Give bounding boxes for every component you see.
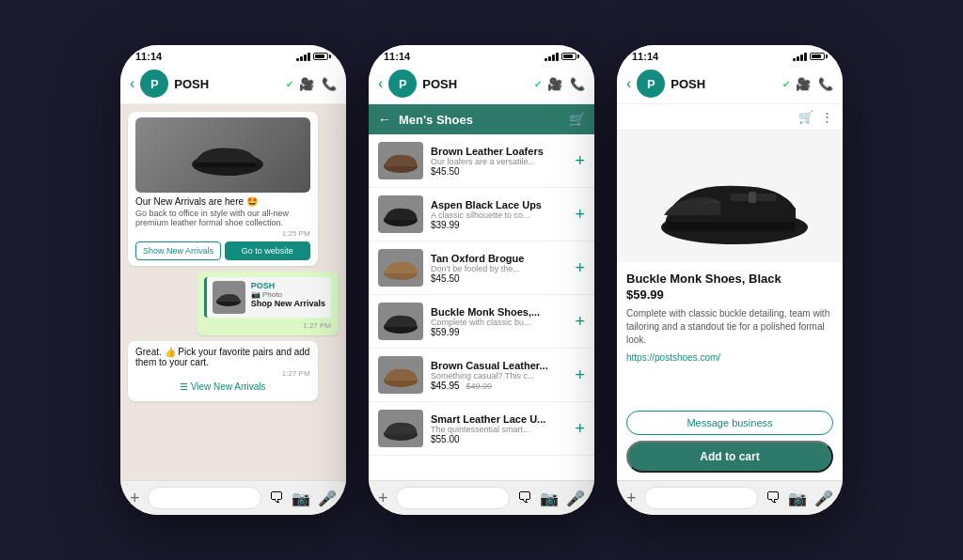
product-link[interactable]: https://postshoes.com/	[626, 352, 833, 363]
header-name-3: POSH	[671, 77, 777, 91]
message-business-button[interactable]: Message business	[626, 411, 833, 435]
add-item-3[interactable]: +	[575, 258, 585, 278]
status-icons-2	[545, 53, 579, 61]
goto-website-button[interactable]: Go to website	[225, 241, 310, 260]
chat-header-1: ‹ P POSH ✔ 🎥 📞	[120, 64, 346, 104]
add-icon-1[interactable]: +	[130, 489, 140, 508]
video-call-icon-3[interactable]: 🎥	[796, 77, 811, 91]
msg-time-1: 1:25 PM	[135, 229, 310, 238]
catalog-img-6	[378, 410, 423, 447]
sticker-icon-2[interactable]: 🗨	[517, 490, 532, 506]
chat-area-1: Our New Arrivals are here 🤩 Go back to o…	[120, 104, 346, 480]
back-button-2[interactable]: ‹	[378, 75, 383, 92]
signal-icon-2	[545, 53, 559, 61]
msg-1: Our New Arrivals are here 🤩 Go back to o…	[128, 112, 318, 266]
msg-text-3: Great. 👍 Pick your favorite pairs and ad…	[135, 347, 310, 367]
item-desc-1: Our loafers are a versatile...	[431, 157, 567, 166]
item-price-1: $45.50	[431, 166, 567, 177]
sticker-icon-1[interactable]: 🗨	[269, 490, 284, 506]
status-bar-3: 11:14	[617, 45, 843, 64]
add-to-cart-button[interactable]: Add to cart	[626, 441, 833, 473]
product-img-area	[617, 131, 843, 262]
item-name-6: Smart Leather Lace U...	[431, 413, 567, 425]
header-name-1: POSH	[174, 77, 280, 91]
message-input-3[interactable]	[644, 487, 758, 509]
product-detail-area: 🛒 ⋮	[617, 104, 843, 480]
phone-3: 11:14 ‹ P POSH ✔	[617, 45, 843, 515]
mic-icon-1[interactable]: 🎤	[318, 490, 337, 507]
add-icon-2[interactable]: +	[378, 489, 388, 508]
catalog-item-6[interactable]: Smart Leather Lace U... The quintessenti…	[369, 402, 594, 456]
phone-call-icon-3[interactable]: 📞	[818, 77, 833, 91]
mic-icon-2[interactable]: 🎤	[566, 490, 585, 507]
product-name: Buckle Monk Shoes, Black	[626, 272, 833, 286]
product-info: Buckle Monk Shoes, Black $59.99 Complete…	[617, 262, 843, 411]
mic-icon-3[interactable]: 🎤	[814, 490, 833, 507]
svg-rect-1	[195, 163, 256, 167]
add-item-1[interactable]: +	[575, 151, 585, 171]
status-bar-2: 11:14	[369, 45, 594, 64]
back-button-3[interactable]: ‹	[626, 75, 631, 92]
sticker-icon-3[interactable]: 🗨	[766, 490, 781, 506]
chat-header-2: ‹ P POSH ✔ 🎥 📞	[369, 64, 594, 104]
item-desc-3: Don't be fooled by the...	[431, 264, 567, 273]
product-description: Complete with classic buckle detailing, …	[626, 307, 833, 347]
time-3: 11:14	[632, 51, 658, 62]
show-arrivals-button[interactable]: Show New Arrivals	[135, 241, 221, 260]
catalog-back-button[interactable]: ←	[378, 112, 391, 127]
item-desc-5: Something casual? This c...	[431, 371, 567, 381]
message-input-2[interactable]	[396, 487, 510, 509]
verified-badge-2: ✔	[534, 79, 542, 89]
add-item-4[interactable]: +	[575, 312, 585, 332]
video-call-icon[interactable]: 🎥	[299, 77, 314, 91]
phones-container: 11:14 ‹ P POSH ✔	[102, 26, 861, 534]
avatar-3: P	[637, 70, 665, 98]
product-shoe-svg	[645, 145, 814, 248]
cart-icon[interactable]: 🛒	[569, 112, 585, 127]
battery-icon-3	[810, 53, 828, 60]
phone-call-icon-2[interactable]: 📞	[570, 77, 585, 91]
msg-time-3: 1:27 PM	[135, 369, 310, 378]
msg-img-1	[135, 117, 310, 193]
status-icons-1	[296, 53, 331, 61]
catalog-item-4[interactable]: Buckle Monk Shoes,... Complete with clas…	[369, 295, 594, 349]
phone-2: 11:14 ‹ P POSH ✔	[369, 45, 594, 515]
item-name-4: Buckle Monk Shoes,...	[431, 306, 567, 318]
back-button-1[interactable]: ‹	[130, 75, 134, 92]
phone-call-icon[interactable]: 📞	[322, 77, 337, 91]
card-brand: POSH	[251, 281, 325, 290]
product-more-icon[interactable]: ⋮	[821, 110, 833, 124]
catalog-item-5[interactable]: Brown Casual Leather... Something casual…	[369, 349, 594, 402]
item-price-5: $45.95	[431, 381, 460, 391]
add-item-2[interactable]: +	[575, 205, 585, 225]
catalog-item-2[interactable]: Aspen Black Lace Ups A classic silhouett…	[369, 188, 594, 241]
verified-badge-1: ✔	[286, 79, 293, 89]
msg-2: POSH 📷 Photo Shop New Arrivals 1:27 PM	[197, 272, 339, 335]
catalog-item-1[interactable]: Brown Leather Loafers Our loafers are a …	[369, 134, 594, 188]
product-cart-icon[interactable]: 🛒	[798, 110, 813, 124]
signal-icon-3	[793, 53, 807, 61]
video-call-icon-2[interactable]: 🎥	[547, 77, 562, 91]
catalog-title: Men's Shoes	[399, 113, 561, 127]
product-header-bar: 🛒 ⋮	[617, 104, 843, 131]
message-input-1[interactable]	[148, 487, 261, 509]
camera-icon-2[interactable]: 📷	[540, 490, 559, 507]
msg-time-2: 1:27 PM	[204, 321, 331, 330]
card-sub: 📷 Photo	[251, 290, 325, 299]
phone-1: 11:14 ‹ P POSH ✔	[120, 45, 346, 515]
status-bar-1: 11:14	[120, 45, 346, 64]
item-price-4: $59.99	[431, 327, 567, 337]
avatar-1: P	[140, 70, 168, 98]
camera-icon-3[interactable]: 📷	[788, 490, 807, 507]
catalog-item-3[interactable]: Tan Oxford Brogue Don't be fooled by the…	[369, 241, 594, 295]
forwarded-card: POSH 📷 Photo Shop New Arrivals	[204, 277, 331, 318]
chat-bottom-3: + 🗨 📷 🎤	[617, 480, 843, 515]
svg-rect-12	[749, 192, 756, 203]
camera-icon-1[interactable]: 📷	[292, 490, 310, 507]
add-icon-3[interactable]: +	[626, 489, 637, 508]
header-name-2: POSH	[422, 77, 529, 91]
add-item-5[interactable]: +	[575, 366, 585, 385]
add-item-6[interactable]: +	[575, 419, 585, 439]
view-arrivals-link[interactable]: ☰ View New Arrivals	[135, 378, 310, 396]
msg-buttons-1: Show New Arrivals Go to website	[135, 241, 310, 260]
